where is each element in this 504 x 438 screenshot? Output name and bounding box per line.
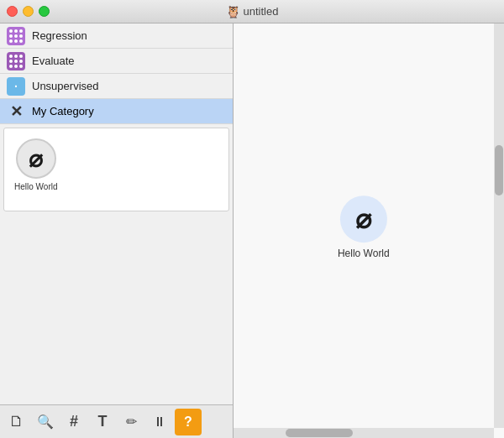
document-button[interactable]: 🗋	[3, 409, 30, 435]
search-button[interactable]: 🔍	[32, 409, 59, 435]
widget-icon: ⌀	[16, 138, 56, 179]
search-icon: 🔍	[37, 414, 54, 430]
sidebar-item-unsupervised-label: Unsupervised	[32, 80, 99, 92]
hello-world-widget[interactable]: ⌀ Hello World	[11, 135, 61, 196]
bottom-toolbar: 🗋 🔍 # T ✏ ⏸ ?	[0, 404, 233, 438]
unsupervised-icon: ·	[7, 77, 25, 96]
vertical-scroll-thumb[interactable]	[495, 145, 503, 196]
window-title: untitled	[244, 5, 279, 18]
sidebar-item-regression[interactable]: Regression	[0, 23, 233, 49]
x-icon: ✕	[10, 102, 23, 121]
hash-icon: #	[70, 413, 78, 430]
pencil-button[interactable]: ✏	[118, 409, 144, 435]
text-button[interactable]: T	[89, 409, 116, 435]
vertical-scrollbar[interactable]	[494, 23, 504, 428]
widget-label: Hello World	[14, 182, 58, 192]
my-category-icon: ✕	[7, 102, 25, 121]
sidebar-list: Regression Evaluate	[0, 23, 233, 214]
right-panel: ⌀ Hello World	[234, 23, 504, 438]
sidebar-item-my-category-label: My Category	[32, 105, 94, 117]
pause-button[interactable]: ⏸	[146, 409, 173, 435]
canvas-area[interactable]: ⌀ Hello World	[234, 23, 504, 438]
left-panel: Regression Evaluate	[0, 23, 234, 438]
regression-icon	[7, 27, 25, 45]
text-icon: T	[98, 413, 108, 430]
sidebar-scroll-area	[0, 214, 233, 404]
help-button[interactable]: ?	[175, 409, 202, 435]
titlebar: 🦉 untitled	[0, 0, 504, 23]
hash-button[interactable]: #	[60, 409, 87, 435]
pause-icon: ⏸	[153, 415, 166, 430]
help-icon: ?	[184, 415, 192, 430]
maximize-button[interactable]	[39, 6, 50, 17]
main-container: Regression Evaluate	[0, 23, 504, 438]
sidebar-item-my-category[interactable]: ✕ My Category	[0, 99, 233, 124]
canvas-widget-icon: ⌀	[340, 196, 387, 242]
canvas-widget-symbol: ⌀	[355, 203, 371, 235]
canvas-widget[interactable]: ⌀ Hello World	[338, 196, 390, 259]
sidebar-item-evaluate-label: Evaluate	[32, 55, 75, 67]
sidebar-item-unsupervised[interactable]: · Unsupervised	[0, 74, 233, 99]
widget-symbol: ⌀	[29, 145, 43, 173]
canvas-widget-label: Hello World	[338, 248, 390, 259]
document-icon: 🗋	[9, 413, 24, 430]
pencil-icon: ✏	[126, 414, 137, 430]
minimize-button[interactable]	[23, 6, 34, 17]
horizontal-scroll-thumb[interactable]	[286, 429, 353, 437]
sidebar-item-regression-label: Regression	[32, 29, 87, 42]
evaluate-icon	[7, 52, 25, 70]
titlebar-icon: 🦉	[226, 5, 240, 18]
titlebar-buttons	[7, 6, 50, 17]
sidebar-item-evaluate[interactable]: Evaluate	[0, 49, 233, 74]
horizontal-scrollbar[interactable]	[234, 428, 494, 438]
close-button[interactable]	[7, 6, 18, 17]
widget-area: ⌀ Hello World	[3, 128, 229, 211]
